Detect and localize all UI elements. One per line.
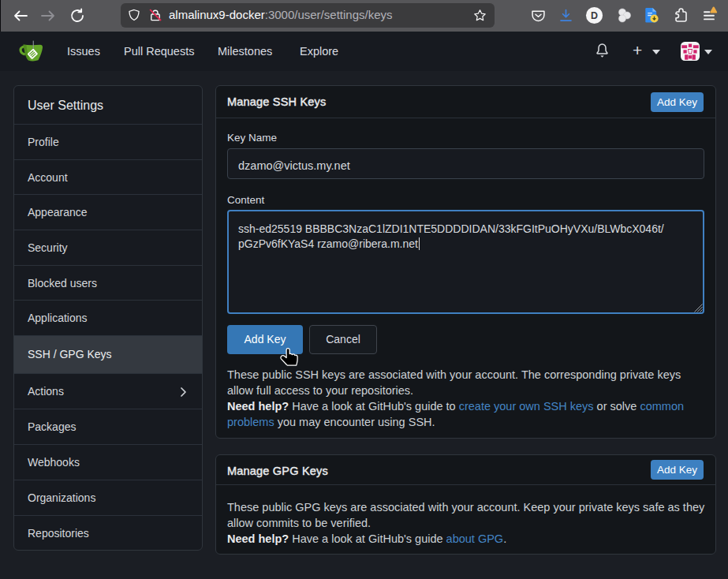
svg-text:D: D	[591, 10, 598, 21]
